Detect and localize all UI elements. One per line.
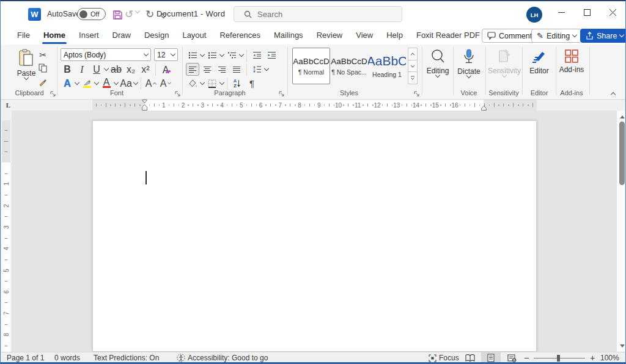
shading-options-icon[interactable] (200, 80, 205, 85)
maximize-button[interactable] (574, 1, 600, 23)
clear-formatting-button[interactable]: A (159, 63, 172, 76)
editing-menu-button[interactable]: Editing (424, 49, 452, 77)
font-size-combo[interactable]: 12 (154, 48, 178, 61)
line-spacing-options-icon[interactable] (264, 66, 269, 71)
change-case-button[interactable]: Aa (119, 77, 133, 90)
copy-button[interactable] (36, 62, 50, 75)
tab-design[interactable]: Design (138, 27, 175, 45)
numbering-options-icon[interactable] (219, 52, 224, 57)
multilevel-options-icon[interactable] (239, 52, 244, 57)
multilevel-list-button[interactable] (225, 49, 238, 62)
scrollbar-thumb[interactable] (619, 122, 625, 185)
minimize-button[interactable] (548, 1, 574, 23)
scroll-down-button[interactable] (617, 341, 626, 350)
font-color-button[interactable]: A (100, 77, 113, 90)
font-dialog-launcher[interactable] (173, 89, 182, 98)
justify-button[interactable] (230, 63, 243, 76)
zoom-in-button[interactable]: + (587, 353, 597, 363)
tab-home[interactable]: Home (37, 27, 72, 45)
underline-options-icon[interactable] (104, 66, 109, 71)
undo-button[interactable]: ↺ (122, 7, 136, 21)
styles-scroll-down-button[interactable] (408, 60, 418, 73)
dictate-button[interactable]: Dictate (454, 49, 484, 78)
addins-button[interactable]: Add-ins (556, 49, 587, 74)
strikethrough-button[interactable]: ab (109, 63, 123, 76)
borders-options-icon[interactable] (219, 80, 224, 85)
font-color-options-icon[interactable] (114, 80, 119, 85)
tab-stop-selector[interactable]: L (4, 100, 13, 109)
tab-draw[interactable]: Draw (106, 27, 138, 45)
decrease-indent-button[interactable] (250, 49, 263, 62)
styles-scroll-up-button[interactable] (408, 48, 418, 60)
redo-button[interactable]: ↻ (142, 7, 157, 21)
tab-references[interactable]: References (213, 27, 267, 45)
tab-help[interactable]: Help (380, 27, 410, 45)
close-button[interactable] (600, 1, 625, 23)
shading-button[interactable] (186, 77, 199, 90)
collapse-ribbon-button[interactable] (607, 89, 619, 98)
text-effects-options-icon[interactable] (75, 80, 79, 85)
paragraph-dialog-launcher[interactable] (277, 89, 285, 98)
line-spacing-button[interactable] (250, 63, 263, 76)
zoom-percentage[interactable]: 100% (600, 354, 619, 362)
numbering-button[interactable] (205, 49, 219, 62)
tab-foxit-reader-pdf[interactable]: Foxit Reader PDF (410, 27, 487, 45)
zoom-slider-handle[interactable] (557, 355, 560, 362)
styles-gallery-more-button[interactable] (408, 72, 418, 84)
word-count-status[interactable]: 0 words (54, 354, 80, 362)
text-predictions-status[interactable]: Text Predictions: On (94, 354, 159, 362)
align-right-button[interactable] (215, 63, 229, 76)
document-page[interactable] (92, 120, 537, 352)
page-number-status[interactable]: Page 1 of 1 (7, 354, 44, 362)
bullets-options-icon[interactable] (200, 52, 205, 57)
tab-layout[interactable]: Layout (175, 27, 213, 45)
share-button[interactable]: Share (580, 29, 626, 43)
styles-dialog-launcher[interactable] (412, 89, 421, 98)
style-no-spac[interactable]: AaBbCcD¶ No Spac... (330, 48, 368, 84)
sort-button[interactable]: A Z (230, 77, 244, 90)
font-name-combo[interactable]: Aptos (Body) (61, 48, 151, 61)
editing-mode-button[interactable]: ✎ Editing (531, 29, 582, 43)
word-app-icon[interactable]: W (28, 8, 41, 21)
align-left-button[interactable] (186, 63, 199, 76)
web-layout-button[interactable] (502, 352, 521, 363)
superscript-button[interactable]: x² (139, 63, 152, 76)
change-case-options-icon[interactable] (133, 80, 138, 85)
grow-font-button[interactable]: A (144, 77, 158, 90)
tab-insert[interactable]: Insert (72, 27, 106, 45)
shrink-font-button[interactable]: A (159, 77, 172, 90)
scroll-up-button[interactable] (617, 112, 626, 121)
italic-button[interactable]: I (75, 63, 89, 76)
align-center-button[interactable] (201, 63, 214, 76)
style-normal[interactable]: AaBbCcD¶ Normal (292, 48, 330, 84)
subscript-button[interactable]: x₂ (124, 63, 138, 76)
tab-review[interactable]: Review (310, 27, 350, 45)
borders-button[interactable] (205, 77, 219, 90)
search-input[interactable] (257, 10, 380, 19)
cut-button[interactable]: ✂ (36, 48, 50, 61)
user-avatar[interactable]: LH (526, 7, 542, 23)
underline-button[interactable]: U (90, 63, 103, 76)
hanging-indent-marker[interactable] (142, 104, 147, 111)
bold-button[interactable]: B (61, 63, 74, 76)
first-line-indent-marker[interactable] (142, 100, 147, 104)
sensitivity-button[interactable]: Sensitivity (487, 49, 521, 77)
editor-button[interactable]: Editor (524, 49, 554, 75)
print-layout-button[interactable] (481, 352, 501, 363)
bullets-button[interactable] (186, 49, 199, 62)
zoom-out-button[interactable]: − (521, 353, 531, 363)
highlight-button[interactable] (80, 77, 94, 90)
clipboard-dialog-launcher[interactable] (48, 89, 57, 98)
tab-mailings[interactable]: Mailings (267, 27, 310, 45)
tab-file[interactable]: File (10, 27, 37, 45)
read-mode-button[interactable] (460, 352, 480, 363)
tab-view[interactable]: View (349, 27, 380, 45)
autosave-toggle[interactable]: Off (77, 8, 106, 20)
increase-indent-button[interactable] (265, 49, 278, 62)
format-painter-button[interactable] (36, 75, 50, 88)
show-formatting-button[interactable]: ¶ (245, 77, 259, 90)
text-effects-button[interactable]: A (61, 77, 74, 90)
zoom-slider[interactable] (534, 358, 585, 359)
focus-mode-button[interactable]: Focus (429, 354, 459, 362)
search-box[interactable] (234, 6, 402, 22)
